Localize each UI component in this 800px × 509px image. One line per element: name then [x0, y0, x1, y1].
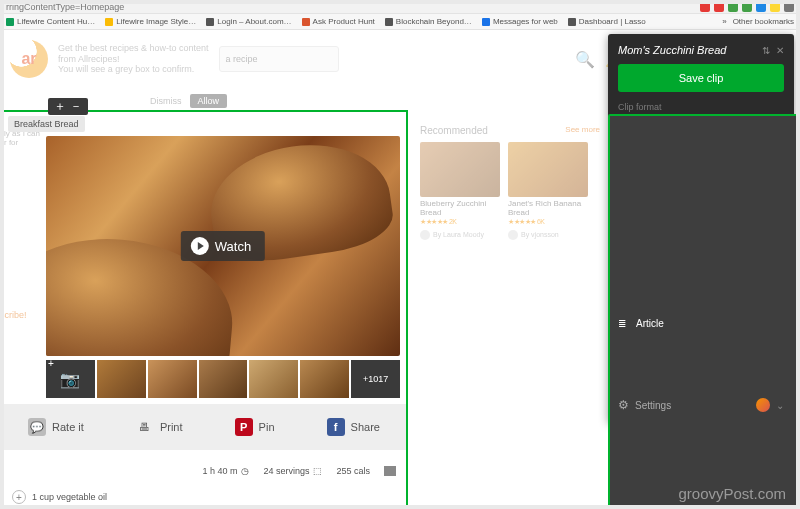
- thumb-item[interactable]: [97, 360, 146, 398]
- notification-text: Get the best recipes & how-to content fr…: [58, 43, 209, 75]
- action-bar: 💬Rate it 🖶Print PPin fShare: [2, 404, 406, 450]
- see-more-link[interactable]: See more: [565, 125, 600, 134]
- recipe-thumb: [420, 142, 500, 197]
- thumb-item[interactable]: [300, 360, 349, 398]
- calories: 255 cals: [336, 466, 370, 476]
- bookmark-item[interactable]: Lifewire Content Hu…: [6, 17, 95, 26]
- expand-icon[interactable]: ＋: [54, 98, 66, 115]
- hero-image: Watch: [46, 136, 400, 356]
- thumb-item[interactable]: [199, 360, 248, 398]
- recommended-section: RecommendedSee more Blueberry Zucchini B…: [420, 125, 600, 240]
- avatar-icon: [508, 230, 518, 240]
- extension-icons: [700, 2, 794, 12]
- breadcrumb-tag[interactable]: Breakfast Bread: [8, 116, 85, 132]
- save-clip-button[interactable]: Save clip: [618, 64, 784, 92]
- clip-format-options: ≣ Article ✓ ≡ Simplified article ▭ Full …: [618, 116, 784, 200]
- evernote-ext-icon[interactable]: [728, 2, 738, 12]
- recipe-card[interactable]: Blueberry Zucchini Bread ★★★★★ 2K By Lau…: [420, 142, 500, 240]
- favicon: [482, 18, 490, 26]
- bookmark-item[interactable]: Lifewire Image Style…: [105, 17, 196, 26]
- option-article[interactable]: ≣ Article ✓: [608, 114, 800, 509]
- recipe-card[interactable]: Janet's Rich Banana Bread ★★★★★ 6K By vj…: [508, 142, 588, 240]
- ingredient-text: 1 cup vegetable oil: [32, 492, 107, 502]
- favicon: [206, 18, 214, 26]
- thumb-item[interactable]: [148, 360, 197, 398]
- allow-button[interactable]: Allow: [190, 94, 228, 108]
- bookmark-item[interactable]: Ask Product Hunt: [302, 17, 375, 26]
- pinterest-icon: P: [235, 418, 253, 436]
- other-bookmarks[interactable]: » Other bookmarks: [722, 17, 794, 26]
- ext-icon[interactable]: [714, 2, 724, 12]
- bookmark-item[interactable]: Dashboard | Lasso: [568, 17, 646, 26]
- section-title: Recommended: [420, 125, 488, 136]
- search-input[interactable]: [219, 46, 339, 72]
- evernote-clipper-panel: Mom's Zucchini Bread ⇅ ✕ Save clip Clip …: [608, 34, 794, 422]
- cook-time: 1 h 40 m ◷: [202, 466, 249, 476]
- user-avatar-icon[interactable]: [756, 398, 770, 412]
- dismiss-button[interactable]: Dismiss: [150, 96, 182, 106]
- clip-selection-outline: ＋ － Breakfast Bread Watch +📷: [0, 110, 408, 509]
- add-ingredient-button[interactable]: +: [12, 490, 26, 504]
- recipe-author: By Laura Moody: [420, 230, 500, 240]
- bookmark-item[interactable]: Login – About.com…: [206, 17, 291, 26]
- avatar-icon: [420, 230, 430, 240]
- watch-button[interactable]: Watch: [181, 231, 265, 261]
- chart-icon[interactable]: [384, 466, 396, 476]
- nutrition-bar: 1 h 40 m ◷ 24 servings ⬚ 255 cals: [2, 456, 396, 486]
- ext-icon[interactable]: [756, 2, 766, 12]
- print-icon: 🖶: [136, 418, 154, 436]
- recipe-title: Blueberry Zucchini Bread: [420, 200, 500, 218]
- close-icon[interactable]: ✕: [776, 45, 784, 56]
- play-icon: [191, 237, 209, 255]
- collapse-icon[interactable]: －: [70, 98, 82, 115]
- rate-button[interactable]: 💬Rate it: [28, 418, 84, 436]
- bookmark-item[interactable]: Messages for web: [482, 17, 558, 26]
- clock-icon: ◷: [241, 466, 249, 476]
- settings-label: Settings: [635, 400, 671, 411]
- profile-avatar-icon[interactable]: [784, 2, 794, 12]
- thumb-item[interactable]: [249, 360, 298, 398]
- favicon: [105, 18, 113, 26]
- brand-logo: ar: [10, 40, 48, 78]
- add-photo-button[interactable]: +📷: [46, 360, 95, 398]
- settings-row[interactable]: ⚙ Settings ⌄: [618, 398, 784, 412]
- clip-title[interactable]: Mom's Zucchini Bread: [618, 44, 726, 56]
- servings: 24 servings ⬚: [263, 466, 322, 476]
- ext-icon[interactable]: [742, 2, 752, 12]
- favicon: [302, 18, 310, 26]
- url-text: rringContentType=Homepage: [6, 2, 124, 12]
- share-button[interactable]: fShare: [327, 418, 380, 436]
- chevron-down-icon: ⌄: [776, 400, 784, 411]
- more-photos-button[interactable]: +1017: [351, 360, 400, 398]
- watermark: groovyPost.com: [678, 485, 786, 503]
- search-icon[interactable]: 🔍: [575, 50, 595, 69]
- facebook-icon: f: [327, 418, 345, 436]
- clip-format-label: Clip format: [618, 102, 784, 112]
- rating-stars: ★★★★★ 2K: [420, 218, 500, 226]
- recipe-title: Janet's Rich Banana Bread: [508, 200, 588, 218]
- recipe-author: By vjonsson: [508, 230, 588, 240]
- bookmark-item[interactable]: Blockchain Beyond…: [385, 17, 472, 26]
- rate-icon: 💬: [28, 418, 46, 436]
- article-icon: ≣: [616, 318, 628, 329]
- selection-handle[interactable]: ＋ －: [48, 98, 88, 115]
- bookmarks-bar: Lifewire Content Hu… Lifewire Image Styl…: [0, 14, 800, 30]
- notification-prompt: Dismiss Allow: [150, 94, 227, 108]
- options-icon[interactable]: ⇅: [762, 45, 770, 56]
- browser-omnibox: rringContentType=Homepage: [0, 0, 800, 14]
- favicon: [385, 18, 393, 26]
- ext-icon[interactable]: [770, 2, 780, 12]
- print-button[interactable]: 🖶Print: [136, 418, 183, 436]
- favicon: [568, 18, 576, 26]
- ext-icon[interactable]: [700, 2, 710, 12]
- pin-button[interactable]: PPin: [235, 418, 275, 436]
- rating-stars: ★★★★★ 6K: [508, 218, 588, 226]
- recipe-thumb: [508, 142, 588, 197]
- ingredient-row: + 1 cup vegetable oil: [12, 490, 107, 504]
- thumbnail-strip: +📷 +1017: [46, 360, 400, 398]
- favicon: [6, 18, 14, 26]
- servings-icon: ⬚: [313, 466, 322, 476]
- gear-icon: ⚙: [618, 398, 629, 412]
- watch-label: Watch: [215, 239, 251, 254]
